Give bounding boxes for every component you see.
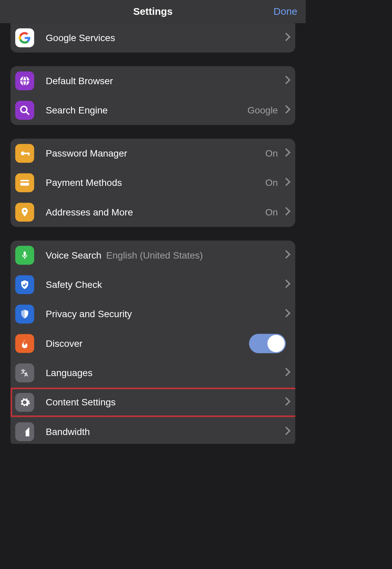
chevron-right-icon: [283, 398, 288, 406]
row-label: Safety Check: [46, 279, 102, 290]
row-content-settings[interactable]: Content Settings: [10, 388, 295, 417]
group-autofill: Password Manager On Payment Methods On A…: [10, 139, 295, 227]
chevron-right-icon: [283, 251, 288, 259]
svg-point-5: [21, 152, 25, 155]
row-languages[interactable]: 文A Languages: [10, 358, 295, 388]
chevron-right-icon: [283, 179, 288, 187]
row-value: On: [265, 177, 278, 189]
chevron-right-icon: [283, 310, 288, 318]
svg-point-10: [24, 210, 26, 212]
svg-text:A: A: [24, 372, 28, 377]
search-icon: [15, 101, 34, 120]
row-value: English (United States): [106, 250, 203, 261]
row-voice-search[interactable]: Voice Search English (United States): [10, 240, 295, 270]
row-addresses[interactable]: Addresses and More On: [10, 198, 295, 227]
svg-line-4: [26, 112, 29, 115]
svg-point-3: [21, 106, 27, 112]
row-safety-check[interactable]: Safety Check: [10, 270, 295, 299]
row-default-browser[interactable]: Default Browser: [10, 66, 295, 96]
pin-icon: [15, 203, 34, 222]
chevron-right-icon: [283, 281, 288, 289]
row-payment-methods[interactable]: Payment Methods On: [10, 168, 295, 197]
page-title: Settings: [133, 6, 172, 18]
row-label: Search Engine: [46, 105, 108, 116]
gear-icon: [15, 393, 34, 412]
microphone-icon: [15, 246, 34, 265]
chevron-right-icon: [283, 149, 288, 157]
shield-check-icon: [15, 275, 34, 294]
row-label: Default Browser: [46, 75, 113, 87]
row-label: Google Services: [46, 32, 115, 43]
flame-icon: [15, 334, 34, 353]
row-google-services[interactable]: Google Services: [10, 23, 295, 53]
chevron-right-icon: [283, 77, 288, 85]
row-label: Password Manager: [46, 148, 127, 159]
done-button[interactable]: Done: [273, 6, 297, 18]
row-value: Google: [248, 105, 278, 116]
row-label: Payment Methods: [46, 177, 122, 189]
row-privacy[interactable]: Privacy and Security: [10, 299, 295, 329]
group-browser: Default Browser Search Engine Google: [10, 66, 295, 125]
row-discover[interactable]: Discover: [10, 329, 295, 358]
row-label: Discover: [46, 338, 83, 349]
chevron-right-icon: [283, 106, 288, 114]
row-label: Bandwidth: [46, 426, 90, 437]
chevron-right-icon: [283, 34, 288, 42]
google-icon: [15, 28, 34, 47]
svg-rect-9: [20, 181, 29, 183]
key-icon: [15, 144, 34, 163]
chevron-right-icon: [283, 208, 288, 216]
chevron-right-icon: [283, 369, 288, 377]
row-label: Content Settings: [46, 397, 116, 408]
row-bandwidth[interactable]: Bandwidth: [10, 417, 295, 444]
svg-rect-7: [28, 153, 29, 156]
row-value: On: [265, 207, 278, 218]
row-label: Privacy and Security: [46, 308, 132, 320]
row-password-manager[interactable]: Password Manager On: [10, 139, 295, 168]
row-search-engine[interactable]: Search Engine Google: [10, 96, 295, 125]
row-label: Addresses and More: [46, 207, 133, 218]
translate-icon: 文A: [15, 364, 34, 382]
row-label: Languages: [46, 367, 93, 378]
chevron-right-icon: [283, 428, 288, 436]
discover-toggle[interactable]: [249, 334, 286, 353]
row-label: Voice Search: [46, 250, 101, 261]
globe-icon: [15, 71, 34, 90]
group-advanced: Voice Search English (United States) Saf…: [10, 240, 295, 444]
shield-half-icon: [15, 305, 34, 324]
settings-header: Settings Done: [0, 0, 306, 23]
card-icon: [15, 173, 34, 192]
group-account: Google Services: [10, 23, 295, 53]
svg-rect-11: [24, 252, 26, 256]
row-value: On: [265, 148, 278, 159]
signal-icon: [15, 422, 34, 441]
